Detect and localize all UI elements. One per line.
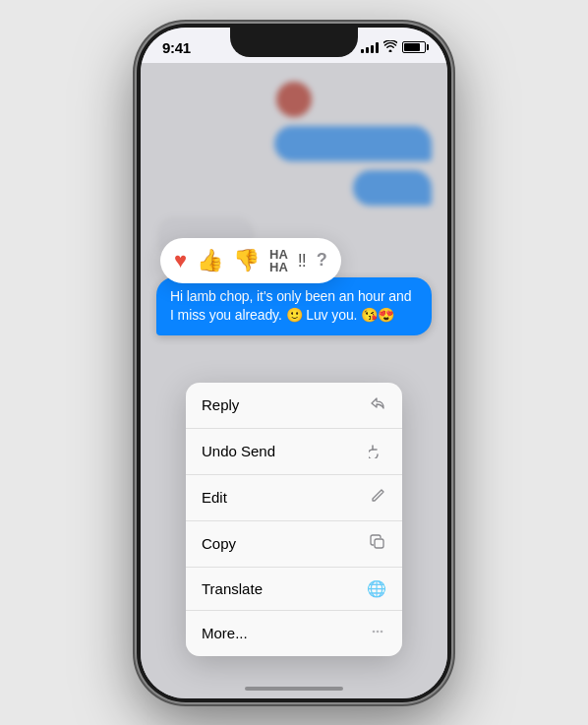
svg-rect-0: [375, 539, 383, 548]
status-icons: [361, 40, 426, 55]
reaction-heart[interactable]: ♥: [174, 250, 187, 272]
notch: [230, 28, 358, 57]
status-time: 9:41: [162, 39, 191, 56]
reaction-exclamation[interactable]: ‼: [298, 252, 307, 270]
menu-edit-label: Edit: [202, 489, 227, 506]
svg-point-2: [377, 630, 380, 633]
message-text: Hi lamb chop, it's only been an hour and…: [170, 288, 411, 324]
reaction-thumbs-up[interactable]: 👍: [197, 250, 223, 272]
menu-item-undo-send[interactable]: Undo Send: [186, 429, 402, 475]
menu-item-more[interactable]: More...: [186, 611, 402, 656]
reaction-thumbs-down[interactable]: 👎: [233, 250, 260, 272]
reaction-question[interactable]: ?: [317, 250, 327, 271]
message-bubble: Hi lamb chop, it's only been an hour and…: [156, 277, 432, 335]
reaction-haha[interactable]: HAHA: [269, 248, 288, 273]
wifi-icon: [383, 40, 397, 55]
undo-send-icon: [369, 441, 386, 462]
menu-item-translate[interactable]: Translate 🌐: [186, 568, 402, 611]
phone-screen: 9:41: [141, 28, 447, 698]
translate-icon: 🌐: [367, 579, 386, 598]
menu-more-label: More...: [202, 625, 248, 641]
svg-point-3: [381, 630, 383, 633]
reaction-picker: ♥ 👍 👎 HAHA ‼ ?: [160, 238, 341, 283]
menu-translate-label: Translate: [202, 580, 263, 597]
more-icon: [369, 623, 386, 644]
menu-item-edit[interactable]: Edit: [186, 475, 402, 521]
menu-reply-label: Reply: [202, 396, 239, 413]
signal-icon: [361, 41, 379, 53]
menu-item-reply[interactable]: Reply: [186, 383, 402, 429]
content-overlay: ♥ 👍 👎 HAHA ‼ ? Hi lamb chop, it's only b…: [141, 63, 447, 698]
menu-item-copy[interactable]: Copy: [186, 521, 402, 568]
context-menu: Reply Undo Send: [186, 383, 402, 656]
battery-icon: [402, 41, 426, 53]
home-indicator[interactable]: [245, 687, 343, 691]
copy-icon: [369, 533, 386, 555]
phone-frame: 9:41: [137, 24, 451, 702]
menu-copy-label: Copy: [202, 535, 236, 552]
svg-point-1: [373, 630, 376, 633]
reply-icon: [369, 394, 386, 416]
menu-undo-send-label: Undo Send: [202, 443, 275, 459]
edit-icon: [369, 487, 386, 509]
